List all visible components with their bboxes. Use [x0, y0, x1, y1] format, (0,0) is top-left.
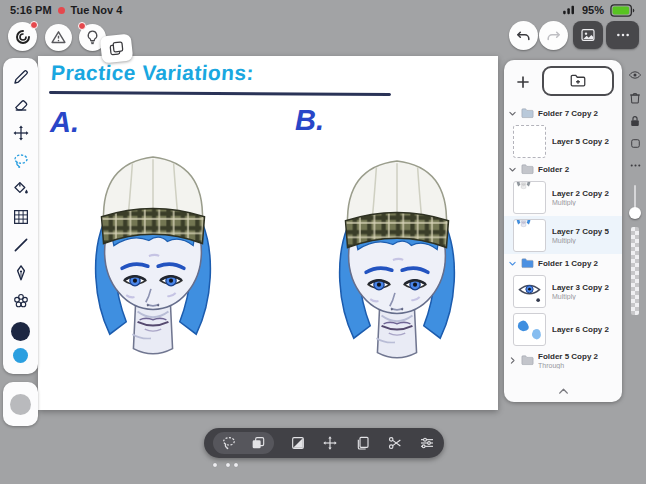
- chevron-down-icon[interactable]: [508, 109, 517, 118]
- status-date: Tue Nov 4: [71, 4, 123, 16]
- layer-blend-mode: Multiply: [552, 237, 609, 244]
- clock-time: 5:16 PM: [10, 4, 52, 16]
- folder-row[interactable]: Folder 2: [504, 160, 622, 178]
- folder-plus-icon: [569, 72, 587, 90]
- duplicate-float-button[interactable]: [100, 33, 134, 63]
- line-tool[interactable]: [10, 234, 31, 255]
- layer-list: Folder 7 Copy 2 Layer 5 Copy 2 Folder 2 …: [504, 104, 622, 372]
- adjust-icon[interactable]: [419, 435, 435, 451]
- selection-toolbar: [204, 428, 444, 458]
- folder-row[interactable]: Folder 5 Copy 2 Through: [504, 348, 622, 372]
- layer-blend-mode: Multiply: [552, 199, 609, 206]
- toolbar-page-dots[interactable]: [213, 463, 238, 467]
- image-icon: [580, 27, 596, 43]
- layer-name: Folder 1 Copy 2: [538, 259, 598, 268]
- chevron-right-icon[interactable]: [508, 356, 517, 365]
- copy-icon[interactable]: [355, 435, 371, 451]
- lock-icon[interactable]: [628, 114, 642, 128]
- eraser-tool[interactable]: [10, 94, 31, 115]
- battery-icon: [610, 4, 636, 17]
- canvas-title-text: Practice Variations:: [50, 61, 255, 85]
- folder-icon: [520, 106, 535, 121]
- color-puck-panel: [3, 382, 38, 426]
- grid-tool[interactable]: [10, 206, 31, 227]
- warning-button[interactable]: [45, 24, 72, 51]
- selection-mode-group: [213, 432, 274, 454]
- lasso-select-tool[interactable]: [10, 150, 31, 171]
- more-dots-icon[interactable]: [629, 159, 642, 172]
- add-folder-button[interactable]: [542, 66, 614, 96]
- primary-color-swatch[interactable]: [11, 322, 30, 341]
- pen-tool[interactable]: [10, 262, 31, 283]
- gradient-icon[interactable]: [290, 435, 306, 451]
- layers-panel: Folder 7 Copy 2 Layer 5 Copy 2 Folder 2 …: [504, 60, 622, 402]
- transform-tool[interactable]: [10, 122, 31, 143]
- layer-row-selected[interactable]: Layer 7 Copy 5 Multiply: [504, 216, 622, 254]
- layer-name: Folder 5 Copy 2: [538, 352, 598, 361]
- collapse-panel-button[interactable]: [504, 385, 622, 398]
- folder-icon: [520, 162, 535, 177]
- layer-row[interactable]: Layer 6 Copy 2: [504, 310, 622, 348]
- undo-button[interactable]: [509, 21, 538, 50]
- image-library-button[interactable]: [573, 21, 603, 49]
- folder-icon: [520, 256, 535, 271]
- scissors-icon[interactable]: [387, 435, 403, 451]
- portrait-drawing-a: [60, 120, 246, 362]
- chevron-down-icon[interactable]: [508, 259, 517, 268]
- layer-thumbnail[interactable]: [513, 313, 546, 346]
- notification-dot-icon: [78, 22, 86, 30]
- reference-color-swatch[interactable]: [10, 394, 31, 415]
- fill-tool[interactable]: [10, 178, 31, 199]
- layer-name: Layer 5 Copy 2: [552, 137, 609, 146]
- brush-logo-button[interactable]: [8, 22, 37, 51]
- folder-row[interactable]: Folder 7 Copy 2: [504, 104, 622, 122]
- layer-thumbnail[interactable]: [513, 125, 546, 158]
- signal-icon: [562, 5, 576, 15]
- shapes-tool[interactable]: [10, 290, 31, 311]
- layer-name: Layer 3 Copy 2: [552, 283, 609, 292]
- layer-name: Layer 6 Copy 2: [552, 325, 609, 334]
- layer-thumbnail[interactable]: [513, 181, 546, 214]
- layer-name: Folder 2: [538, 165, 569, 174]
- layer-name: Layer 7 Copy 5: [552, 227, 609, 236]
- plus-icon: [514, 73, 532, 91]
- layer-blend-mode: Multiply: [552, 293, 609, 300]
- layer-thumbnail[interactable]: [513, 219, 546, 252]
- trash-icon[interactable]: [628, 91, 642, 105]
- drawing-canvas[interactable]: Practice Variations: A. B.: [38, 56, 498, 410]
- layer-row[interactable]: Layer 2 Copy 2 Multiply: [504, 178, 622, 216]
- folder-row[interactable]: Folder 1 Copy 2: [504, 254, 622, 272]
- brush-tool[interactable]: [10, 66, 31, 87]
- duplicate-icon[interactable]: [250, 435, 266, 451]
- move-icon[interactable]: [322, 435, 338, 451]
- warning-icon: [50, 29, 67, 46]
- layer-blend-mode: Through: [538, 362, 598, 369]
- layer-thumbnail[interactable]: [513, 275, 546, 308]
- slider-knob[interactable]: [629, 207, 641, 219]
- layer-action-strip: [626, 68, 644, 317]
- secondary-color-swatch[interactable]: [13, 348, 28, 363]
- opacity-slider[interactable]: [629, 185, 641, 317]
- layer-box-icon[interactable]: [629, 137, 642, 150]
- chevron-down-icon[interactable]: [508, 165, 517, 174]
- undo-icon: [515, 27, 532, 44]
- page-dot: [226, 463, 230, 467]
- page-dot: [234, 463, 238, 467]
- layer-name: Layer 2 Copy 2: [552, 189, 609, 198]
- eye-icon[interactable]: [628, 68, 642, 82]
- add-layer-button[interactable]: [510, 69, 536, 94]
- layer-row[interactable]: Layer 3 Copy 2 Multiply: [504, 272, 622, 310]
- layer-row[interactable]: Layer 5 Copy 2: [504, 122, 622, 160]
- page-dot: [213, 463, 217, 467]
- more-options-button[interactable]: [606, 21, 639, 49]
- recording-dot-icon: [58, 7, 65, 14]
- status-bar: 5:16 PM Tue Nov 4 95%: [0, 0, 646, 20]
- drawing-app-screen: 5:16 PM Tue Nov 4 95%: [0, 0, 646, 484]
- tool-palette: [3, 58, 38, 374]
- slider-transparency-track: [631, 227, 639, 315]
- redo-icon: [545, 27, 562, 44]
- lightbulb-icon: [84, 29, 101, 46]
- lasso-icon[interactable]: [221, 435, 237, 451]
- title-underline: [49, 91, 391, 96]
- redo-button[interactable]: [539, 21, 568, 50]
